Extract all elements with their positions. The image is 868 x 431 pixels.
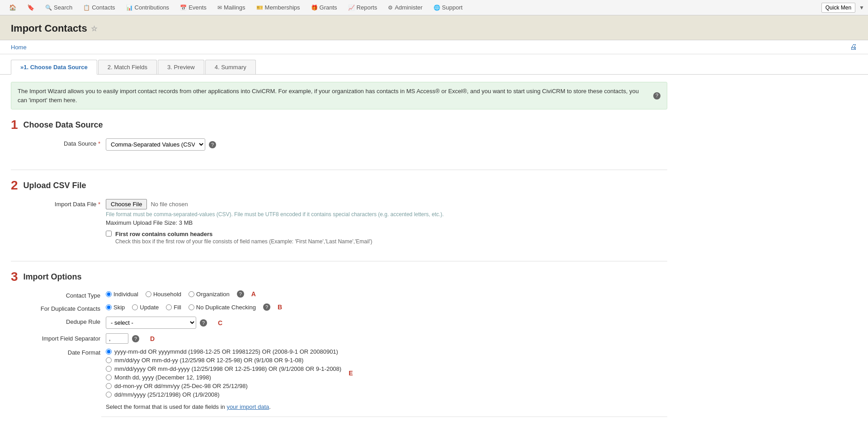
radio-organization-input[interactable] <box>189 291 194 297</box>
date-format-radio-4[interactable] <box>106 374 112 380</box>
radio-household[interactable]: Household <box>146 291 181 298</box>
radio-fill-input[interactable] <box>166 304 172 310</box>
radio-household-input[interactable] <box>146 291 151 297</box>
nav-item-administer[interactable]: ⚙ Administer <box>382 1 428 14</box>
radio-individual[interactable]: Individual <box>106 291 138 298</box>
nav-item-grants[interactable]: 🎁 Grants <box>306 1 343 14</box>
support-icon: 🌐 <box>434 5 440 11</box>
nav-item-memberships[interactable]: 🎫 Memberships <box>251 1 306 14</box>
required-asterisk: * <box>98 140 100 147</box>
date-format-label-6: dd/mm/yyyy (25/12/1998) OR (1/9/2008) <box>114 391 220 398</box>
first-row-checkbox[interactable] <box>106 231 112 237</box>
date-format-option-6[interactable]: dd/mm/yyyy (25/12/1998) OR (1/9/2008) <box>106 391 341 398</box>
date-format-label: Date Format <box>33 348 106 356</box>
data-source-row: Data Source * Comma-Separated Values (CS… <box>11 138 667 151</box>
file-upload-area: Choose File No file chosen <box>106 199 667 209</box>
nav-item-events[interactable]: 📅 Events <box>175 1 212 14</box>
nav-bookmark-icon[interactable]: 🔖 <box>22 1 40 14</box>
nav-reports-label: Reports <box>357 4 377 11</box>
radio-no-dup-checking[interactable]: No Duplicate Checking <box>189 304 256 311</box>
radio-organization[interactable]: Organization <box>189 291 230 298</box>
breadcrumb-home-link[interactable]: Home <box>11 44 27 51</box>
date-format-radio-5[interactable] <box>106 383 112 389</box>
data-source-select[interactable]: Comma-Separated Values (CSV) <box>106 138 205 151</box>
data-source-label: Data Source * <box>33 138 106 147</box>
favorite-star-icon[interactable]: ☆ <box>91 24 97 33</box>
mailings-icon: ✉ <box>217 5 222 11</box>
section-import-options: 3 Import Options Contact Type Individual… <box>11 270 667 427</box>
first-row-label[interactable]: First row contains column headers <box>115 231 212 237</box>
section2-title: Upload CSV File <box>24 181 86 190</box>
quick-menu-button[interactable]: Quick Men <box>821 3 855 13</box>
annotation-d: D <box>150 335 155 342</box>
duplicate-contacts-row: For Duplicate Contacts Skip Update <box>11 303 667 312</box>
date-format-label-2: mm/dd/yy OR mm-dd-yy (12/25/98 OR 12-25-… <box>114 357 303 364</box>
contact-type-help-icon[interactable]: ? <box>237 290 244 298</box>
dedupe-rule-select[interactable]: - select - <box>106 317 196 329</box>
date-format-option-2[interactable]: mm/dd/yy OR mm-dd-yy (12/25/98 OR 12-25-… <box>106 357 341 364</box>
nav-expand-arrow[interactable]: ▼ <box>859 5 864 11</box>
section3-number: 3 <box>11 270 18 283</box>
radio-fill[interactable]: Fill <box>166 304 181 311</box>
field-separator-help-icon[interactable]: ? <box>132 335 139 342</box>
date-format-radio-2[interactable] <box>106 357 112 363</box>
section2-number: 2 <box>11 179 18 192</box>
contacts-icon: 📋 <box>83 5 90 11</box>
radio-individual-input[interactable] <box>106 291 112 297</box>
breadcrumb-bar: Home 🖨 <box>0 40 868 54</box>
nav-item-search[interactable]: 🔍 Search <box>40 1 78 14</box>
date-format-radio-6[interactable] <box>106 392 112 398</box>
radio-update[interactable]: Update <box>132 304 159 311</box>
contact-type-control: Individual Household Organization ? A <box>106 290 667 298</box>
date-format-radio-1[interactable] <box>106 349 112 355</box>
nav-home-icon[interactable]: 🏠 <box>4 1 22 14</box>
import-field-separator-row: Import Field Separator ? D <box>11 333 667 344</box>
radio-update-input[interactable] <box>132 304 138 310</box>
date-format-label-1: yyyy-mm-dd OR yyyymmdd (1998-12-25 OR 19… <box>114 348 338 355</box>
radio-skip-input[interactable] <box>106 304 112 310</box>
nav-item-support[interactable]: 🌐 Support <box>428 1 468 14</box>
help-icon[interactable]: ? <box>653 92 660 99</box>
date-format-option-5[interactable]: dd-mon-yy OR dd/mm/yy (25-Dec-98 OR 25/1… <box>106 383 341 389</box>
date-format-note-link[interactable]: your import data <box>226 403 269 410</box>
data-source-help-icon[interactable]: ? <box>209 141 216 148</box>
tab-choose-data-source[interactable]: »1. Choose Data Source <box>11 60 97 75</box>
import-field-separator-input[interactable] <box>106 333 128 344</box>
date-format-label-5: dd-mon-yy OR dd/mm/yy (25-Dec-98 OR 25/1… <box>114 383 248 389</box>
section-choose-data-source: 1 Choose Data Source Data Source * Comma… <box>11 118 667 159</box>
date-format-option-1[interactable]: yyyy-mm-dd OR yyyymmdd (1998-12-25 OR 19… <box>106 348 341 355</box>
radio-individual-label: Individual <box>113 291 138 298</box>
events-icon: 📅 <box>180 5 187 11</box>
date-format-option-4[interactable]: Month dd, yyyy (December 12, 1998) <box>106 374 341 381</box>
tab-preview[interactable]: 3. Preview <box>158 60 204 74</box>
section3-inner-divider <box>101 417 667 417</box>
nav-item-mailings[interactable]: ✉ Mailings <box>212 1 251 14</box>
nav-mailings-label: Mailings <box>224 4 245 11</box>
dedupe-rule-control: - select - ? C <box>106 317 667 329</box>
section1-number: 1 <box>11 118 18 131</box>
top-navigation: 🏠 🔖 🔍 Search 📋 Contacts 📊 Contributions … <box>0 0 868 15</box>
choose-file-button[interactable]: Choose File <box>106 199 147 209</box>
import-required-asterisk: * <box>98 201 100 208</box>
nav-item-contributions[interactable]: 📊 Contributions <box>121 1 175 14</box>
annotation-b: B <box>278 303 282 311</box>
contact-type-label: Contact Type <box>33 290 106 299</box>
date-format-option-3[interactable]: mm/dd/yyyy OR mm-dd-yyyy (12/25/1998 OR … <box>106 365 341 372</box>
nav-item-contacts[interactable]: 📋 Contacts <box>78 1 120 14</box>
nav-item-reports[interactable]: 📈 Reports <box>343 1 383 14</box>
dedupe-rule-help-icon[interactable]: ? <box>200 319 207 327</box>
tab-match-fields[interactable]: 2. Match Fields <box>98 60 157 74</box>
nav-items: 🏠 🔖 🔍 Search 📋 Contacts 📊 Contributions … <box>4 1 468 14</box>
radio-no-dup-checking-input[interactable] <box>189 304 194 310</box>
tab-summary[interactable]: 4. Summary <box>205 60 256 74</box>
date-format-radio-3[interactable] <box>106 366 112 372</box>
import-field-separator-control: ? D <box>106 333 667 344</box>
memberships-icon: 🎫 <box>256 5 263 11</box>
file-format-hint: File format must be comma-separated-valu… <box>106 211 667 218</box>
dup-contacts-help-icon[interactable]: ? <box>263 303 270 311</box>
radio-skip[interactable]: Skip <box>106 304 125 311</box>
no-file-text: No file chosen <box>151 201 188 208</box>
page-title-text: Import Contacts <box>11 23 87 34</box>
contributions-icon: 📊 <box>126 5 133 11</box>
print-icon[interactable]: 🖨 <box>850 43 857 51</box>
